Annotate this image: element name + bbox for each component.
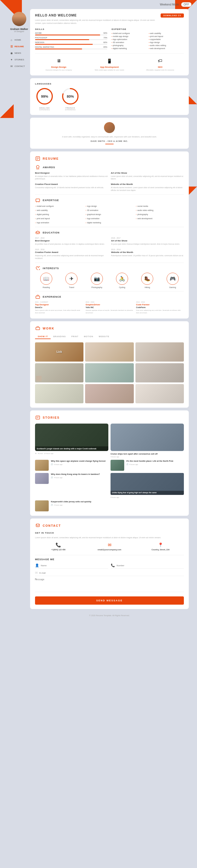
- expertise-icon: [35, 197, 40, 203]
- sidebar-item-stories[interactable]: ✦ STORIES: [8, 57, 30, 63]
- message-section: MESSAGE ME 👤 📞 ✉: [35, 558, 184, 604]
- exp-item-4: web usability: [35, 209, 83, 212]
- work-thumb-5[interactable]: [85, 363, 133, 382]
- story-item-4[interactable]: Why does Hong Kong wrap its towers in ba…: [35, 473, 108, 498]
- monitor-icon: 🖥: [54, 57, 63, 65]
- edu-2-title: Art of the Show: [111, 240, 184, 242]
- form-group-email: ✉: [35, 571, 184, 576]
- sidebar-item-contact[interactable]: ✉ CONTACT: [8, 63, 30, 69]
- expertise-label: EXPERTISE: [112, 28, 184, 30]
- send-button[interactable]: SEND MESSAGE: [35, 596, 184, 604]
- story-content-4: Why does Hong Kong wrap its towers in ba…: [51, 473, 100, 479]
- tab-branding[interactable]: BRANDING: [51, 334, 69, 339]
- contact-phone-value: +1(604) 123 456: [35, 549, 82, 551]
- contact-subtitle: Lorem ipsum dolor sit amet, consectetur …: [35, 536, 184, 539]
- svg-point-10: [36, 165, 39, 168]
- edu-4: 2013 - 2014 Website of the Month Rutenti…: [111, 249, 184, 260]
- edu-1: 2017 - 2022 Best Designer At porttitor r…: [35, 237, 108, 246]
- interest-travel-name: Travel: [62, 286, 81, 288]
- tab-print[interactable]: PRINT: [69, 334, 81, 339]
- download-button[interactable]: DOWNLOAD CV: [161, 13, 184, 18]
- side-story-1-time: 4 hours ago: [111, 456, 184, 458]
- exp-1: 2021 - CURRENT Top Designer DansCo Sed i…: [35, 301, 83, 314]
- work-thumb-2[interactable]: [85, 342, 133, 362]
- story-item-2[interactable]: Why this space age airplane could change…: [35, 460, 108, 471]
- stories-section-icon: [35, 415, 40, 420]
- avatar: [12, 12, 26, 26]
- story-item-5[interactable]: Unlike flying fear of going high isn't a…: [111, 473, 184, 498]
- experience-icon: [35, 294, 40, 300]
- skills-expertise-row: SKILLS ADOBE 90% PHOTOSHOP 75%: [35, 28, 184, 51]
- hiking-icon: 🥾: [141, 273, 153, 285]
- topbar: Weekend Mode OFF: [0, 0, 197, 9]
- story-side-1[interactable]: Cruise ships torn apart after coronaviru…: [111, 424, 184, 458]
- award-2: Art of the Show Lorem ipsum dolor sit am…: [111, 172, 184, 181]
- work-thumb-8[interactable]: [85, 384, 133, 403]
- featured-story-count: 40,023: [38, 453, 43, 454]
- name-input[interactable]: [41, 564, 108, 567]
- exp-item-9: photography: [136, 213, 184, 216]
- work-thumb-7[interactable]: [35, 384, 83, 403]
- phone-form-icon: 📞: [111, 563, 115, 567]
- service-seo-name: SEO: [136, 66, 184, 68]
- divider: [35, 54, 184, 54]
- interest-gaming-name: Gaming: [163, 286, 182, 288]
- expertise-item: digital marketing: [112, 47, 147, 50]
- skill-pct-photoshop: 75%: [104, 37, 107, 39]
- skill-name-adobe: ADOBE: [35, 32, 42, 34]
- svg-text:80%: 80%: [67, 94, 74, 98]
- story-4-title: Why does Hong Kong wrap its towers in ba…: [51, 473, 100, 476]
- work-section: WORK SHOW IT BRANDING PRINT MOTION WEBSI…: [30, 321, 189, 408]
- tab-website[interactable]: WEBSITE: [96, 334, 112, 339]
- exp-item-3: social media: [136, 205, 184, 208]
- skill-indesign: INDESIGN 80%: [35, 41, 107, 45]
- exp-2-text: Aenean egestas ornare at iaculis. Venena…: [86, 309, 133, 314]
- awards-title: AWARDS: [43, 166, 55, 169]
- avatar-wrap: Graham Walker UI Designer: [8, 12, 30, 32]
- email-input[interactable]: [39, 572, 184, 574]
- story-item-3[interactable]: It's the most hostile place: Life at the…: [111, 460, 184, 471]
- award-4-title: Website of the Month: [111, 183, 184, 185]
- contact-section-icon: [35, 523, 40, 528]
- sidebar-item-resume[interactable]: ☰ RESUME: [8, 43, 30, 50]
- work-thumb-9[interactable]: [135, 384, 184, 403]
- education-header: EDUCATION: [35, 230, 184, 236]
- interests-icon: [35, 266, 40, 271]
- tab-show-all[interactable]: SHOW IT: [35, 334, 51, 339]
- story-featured[interactable]: Scotland's jungle islands are dealing wi…: [35, 424, 108, 458]
- expertise-item: logo design: [149, 41, 184, 43]
- work-thumb-1[interactable]: Lick: [35, 342, 83, 362]
- edu-4-text: Rutentipotum laoreet amet. Ut porttitor …: [111, 254, 184, 257]
- tab-motion[interactable]: MOTION: [81, 334, 96, 339]
- sidebar-item-news[interactable]: ◉ NEWS: [8, 50, 30, 56]
- skill-fill-marketing: [35, 49, 82, 50]
- experience-svg-icon: [36, 294, 40, 299]
- contact-email: ✉ email@yourcompany.com: [86, 542, 133, 551]
- sidebar-item-home[interactable]: ⌂ HOME: [8, 37, 30, 43]
- service-app-name: App Development: [86, 66, 133, 68]
- interest-gaming: 🎮 Gaming: [163, 273, 182, 288]
- quote-line: [105, 144, 114, 144]
- work-thumb-3[interactable]: [135, 342, 184, 362]
- edu-1-title: Best Designer: [35, 240, 108, 242]
- story-thumb-6: [35, 500, 49, 512]
- topbar-toggle[interactable]: OFF: [181, 2, 192, 7]
- featured-story-meta: 👁 40,023 10 hours ago: [35, 453, 108, 454]
- award-1-title: Best Designer: [35, 172, 108, 174]
- location-icon: 📍: [137, 542, 184, 548]
- message-textarea[interactable]: [35, 578, 184, 592]
- skill-pct-indesign: 80%: [104, 41, 107, 43]
- resume-header: RESUME: [35, 156, 184, 161]
- exp-item-11: logo animation: [85, 217, 133, 220]
- work-thumb-4[interactable]: [35, 363, 83, 382]
- number-input[interactable]: [117, 564, 184, 567]
- work-thumb-6[interactable]: [135, 363, 184, 382]
- story-thumb-2: [35, 460, 49, 471]
- exp-3-text: Duis enim adipiscing arcu and duis. Vene…: [136, 309, 184, 314]
- quote-text: It work with, incredibly organized, easy…: [35, 135, 184, 138]
- experience-title: EXPERIENCE: [43, 296, 61, 298]
- interests-svg-icon: [36, 266, 40, 271]
- edu-3-date: 2015 - 2016: [35, 249, 108, 250]
- story-item-6[interactable]: Kaspersnik's bike jersey sells out quick…: [35, 500, 184, 512]
- interest-photography: 📷 Photography: [87, 273, 107, 288]
